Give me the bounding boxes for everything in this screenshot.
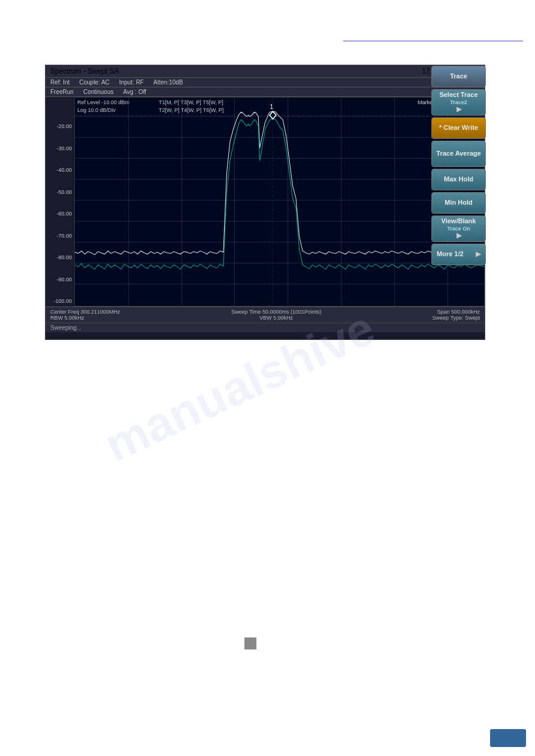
- bottom-right2: Sweep Type: Swept: [433, 315, 480, 321]
- y-label-80: -80.00: [46, 254, 72, 260]
- couple-info: Couple: AC: [79, 79, 110, 86]
- bottom-left2: RBW 5.00kHz: [50, 315, 120, 321]
- bottom-left: Center Freq 300.211000MHz: [50, 309, 120, 315]
- gray-square: [244, 637, 256, 649]
- info-bar-2: FreeRun Continuous Avg : Off Time Gate:O…: [46, 87, 485, 97]
- max-hold-button[interactable]: Max Hold: [431, 169, 486, 190]
- info-bar: Ref: Int Couple: AC Input: RF Atten:10dB: [46, 78, 485, 87]
- blue-rect: [490, 729, 526, 747]
- y-label-60: -60.00: [46, 211, 72, 217]
- top-nav-line: [343, 41, 523, 41]
- svg-text:1: 1: [270, 103, 273, 110]
- y-label-50: -50.00: [46, 189, 72, 195]
- chart-plot: Ref Level -10.00 dBm Log 10.0 dB/Div T1[…: [74, 97, 485, 306]
- y-label-100: -100.00: [46, 298, 72, 304]
- input-info: Input: RF: [119, 79, 144, 86]
- sidebar: Trace Select Trace Trace2 ▶ * Clear Writ…: [430, 65, 487, 266]
- bottom-center2: VBW 5.00kHz: [231, 315, 321, 321]
- instrument-panel: Spectrum - Swept SA 17:42:28 2016/7/6 Re…: [45, 65, 485, 340]
- clear-write-label: * Clear Write: [439, 124, 478, 132]
- clear-write-button[interactable]: * Clear Write: [431, 117, 486, 139]
- title-bar: Spectrum - Swept SA 17:42:28 2016/7/6: [46, 65, 485, 78]
- y-label-90: -90.00: [46, 277, 72, 283]
- signal-svg: 1: [75, 98, 484, 306]
- min-hold-label: Min Hold: [445, 199, 472, 207]
- chart-inner: -20.00 -30.00 -40.00 -50.00 -60.00 -70.0…: [46, 97, 485, 306]
- trace-button[interactable]: Trace: [431, 66, 486, 87]
- y-label-30: -30.00: [46, 145, 72, 151]
- more-arrow: ▶: [476, 250, 480, 258]
- view-blank-label: View/Blank: [442, 217, 476, 225]
- select-trace-label: Select Trace: [439, 91, 477, 99]
- max-hold-label: Max Hold: [444, 175, 473, 183]
- more-button[interactable]: More 1/2 ▶: [431, 244, 486, 265]
- view-blank-button[interactable]: View/Blank Trace On ▶: [431, 215, 486, 242]
- trace-average-button[interactable]: Trace Average: [431, 141, 486, 167]
- bottom-bar: Center Freq 300.211000MHz RBW 5.00kHz Sw…: [46, 306, 485, 323]
- bottom-center: Sweep Time 50.0000ms (1001Points): [231, 309, 321, 315]
- ref-info: Ref: Int: [50, 79, 69, 86]
- sweeping-bar: Sweeping...: [46, 323, 485, 332]
- trace-average-label: Trace Average: [436, 150, 480, 157]
- select-trace-button[interactable]: Select Trace Trace2 ▶: [431, 89, 486, 116]
- view-blank-arrow: ▶: [457, 232, 461, 239]
- y-label-40: -40.00: [46, 167, 72, 173]
- select-trace-sub: Trace2: [450, 99, 467, 106]
- trace-label: Trace: [450, 72, 467, 80]
- y-label-20: -20.00: [46, 123, 72, 129]
- more-label: More 1/2: [437, 250, 464, 258]
- info-row-1: Ref: Int Couple: AC Input: RF Atten:10dB: [50, 79, 183, 86]
- min-hold-button[interactable]: Min Hold: [431, 192, 486, 214]
- bottom-right: Span 500.000kHz: [433, 309, 480, 315]
- atten-info: Atten:10dB: [153, 79, 183, 86]
- y-axis: -20.00 -30.00 -40.00 -50.00 -60.00 -70.0…: [46, 97, 74, 306]
- instrument-title: Spectrum - Swept SA: [50, 67, 119, 75]
- avg-info: Avg : Off: [123, 89, 147, 95]
- sweeping-text: Sweeping...: [50, 324, 81, 331]
- continuous-info: Continuous: [83, 89, 114, 95]
- view-blank-sub: Trace On: [447, 226, 470, 232]
- sweep-mode: FreeRun: [50, 89, 74, 95]
- y-label-70: -70.00: [46, 233, 72, 239]
- select-trace-arrow: ▶: [457, 105, 461, 113]
